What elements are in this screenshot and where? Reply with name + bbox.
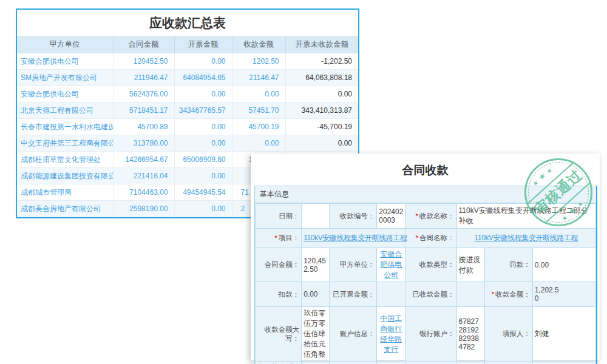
field-value-receipt-type: 按进度付款 [456,248,484,282]
company-cell[interactable]: 北京天得工程有限公司 [17,103,113,119]
amount-cell: 45700.19 [232,119,285,135]
contract-name-link[interactable]: 110kV安徽线程集变开断线路工程 [475,234,578,242]
field-label-account: 账户信息： [330,307,377,362]
field-value-invoiced[interactable] [377,282,405,307]
amount-cell: 64,063,808.18 [285,70,358,86]
amount-cell: 221416.04 [113,168,174,184]
company-cell[interactable]: 成都杜甫草堂文化管理处 [17,152,113,168]
amount-cell: 57451.70 [232,103,285,119]
field-label-receipt-type: 收款类型： [405,248,456,282]
table-row: 安徽合肥供电公司 5624376.00 0.00 0.00 0.00 [17,86,358,103]
field-label-other-currency: 收款其他币种（美金、当地币）： [256,362,302,364]
field-value-contract-name: 110kV安徽线程集变开断线路工程 [456,229,595,248]
table-row: 安徽合肥供电公司 120452.50 0.00 1202.50 -1,202.5… [17,53,358,70]
field-label-exchange-rate: 汇率： [330,362,377,364]
amount-cell: 21146.47 [232,70,285,86]
column-header-unpaid-amount: 开票未收款金额 [285,36,358,53]
required-marker: * [492,291,494,298]
company-cell[interactable]: 安徽合肥供电公司 [17,53,113,70]
field-label-deduction: 扣款： [256,282,302,307]
field-value-amount: 1,202.50 [532,282,595,307]
amount-cell: 0.00 [174,168,232,184]
empty-cell [532,362,595,364]
field-label-party-a: 甲方单位： [330,248,377,282]
field-value-other-currency[interactable] [302,362,330,364]
field-label-amount-words: 收款金额大写： [256,307,302,362]
column-header-contract-amount: 合同金额 [113,36,174,53]
field-label-filler: 填报人： [484,307,532,362]
field-value-exchange-rate[interactable] [377,362,405,364]
table-row: 北京天得工程有限公司 5718451.17 343467765.57 57451… [17,103,358,119]
column-header-received-amount: 收款金额 [232,36,285,53]
amount-cell: 0.00 [174,135,232,152]
required-marker: * [274,234,277,241]
summary-title: 应收款汇总表 [17,10,358,36]
field-value-bank-account: 6782728192829384782 [456,307,484,362]
field-value-project: 110kV安徽线程集变开断线路工程 [302,229,405,248]
field-value-amount-words: 玖佰零伍万零伍佰肆拾伍元伍角整 [302,307,330,362]
field-value-contract-amount: 120,452.50 [302,248,330,282]
project-link[interactable]: 110kV安徽线程集变开断线路工程 [304,234,407,242]
field-value-party-a: 安徽合肥供电公司 [377,248,405,282]
field-value-filler: 刘健 [532,307,595,362]
amount-cell: 0.00 [285,86,358,103]
account-link[interactable]: 中国工商银行经华路支行 [380,314,402,354]
table-row: 中交王府井第三工程局有限公 313780.00 0.00 0.00 0.00 [17,135,358,152]
field-value-account: 中国工商银行经华路支行 [377,307,405,362]
field-label-invoiced: 已开票金额： [330,282,377,307]
amount-cell: 0.00 [174,119,232,135]
required-marker: * [416,234,418,241]
amount-cell: 64084954.65 [174,70,232,86]
company-cell[interactable]: 安徽合肥供电公司 [17,86,113,103]
field-label-contract-name: *合同名称： [405,229,456,248]
company-cell[interactable]: 成都能源建设集团投资有限公 [17,168,113,184]
amount-cell: 0.00 [174,53,232,70]
amount-cell: 5624376.00 [113,86,174,103]
amount-cell: 120452.50 [113,53,174,70]
field-label-bank-account: 银行账户： [405,307,456,362]
field-label-project: *项目： [256,229,302,248]
field-value-penalty: 0.00 [532,248,595,282]
field-label-date: 日期： [256,204,302,229]
amount-cell: 313780.00 [113,135,174,152]
amount-cell: 5718451.17 [113,103,174,119]
stamp-band-line [522,158,578,209]
empty-cell [405,362,456,364]
field-label-receipt-no: 收款编号： [330,204,377,229]
receipt-form-table: 日期： 收款编号： 2024020003 *收款名称： 110kV安徽线程集变开… [255,203,596,364]
field-value-deduction: 0.00 [302,282,330,307]
column-header-party: 甲方单位 [17,36,113,53]
field-value-received[interactable] [456,282,484,307]
field-value-receipt-no: 2024020003 [377,204,405,229]
amount-cell: 0.00 [174,201,232,217]
field-label-contract-amount: 合同金额： [256,248,302,282]
amount-cell: 0.00 [232,86,285,103]
field-label-penalty: 罚款： [484,248,532,282]
table-row: 长春市建投第一水利水电建设 45700.89 0.00 45700.19 -45… [17,119,358,135]
amount-cell: 49454945.54 [174,184,232,201]
company-cell[interactable]: 成都城市管理局 [17,184,113,201]
amount-cell: 2598190.00 [113,201,174,217]
amount-cell: 0.00 [285,135,358,152]
amount-cell: 45700.89 [113,119,174,135]
column-header-invoiced-amount: 开票金额 [174,36,232,53]
amount-cell: 211946.47 [113,70,174,86]
approval-stamp: ★★★ 审核通过 ★★★ [524,158,592,226]
company-cell[interactable]: 中交王府井第三工程局有限公 [17,135,113,152]
field-value-date[interactable] [302,204,330,229]
amount-cell: 343,410,313.87 [285,103,358,119]
company-cell[interactable]: SM房地产开发有限公司 [17,70,113,86]
amount-cell: 14266954.67 [113,152,174,168]
company-cell[interactable]: 成都美合房地产有限公司 [17,201,113,217]
contract-receipt-window: 合同收款 ★★★ 审核通过 ★★★ 基本信息 日期： 收款编号： 2024020… [251,153,600,360]
field-label-amount: *收款金额： [484,282,532,307]
stamp-text: 审核通过 [527,163,589,221]
party-a-link[interactable]: 安徽合肥供电公司 [380,250,402,279]
amount-cell: -45,700.19 [285,119,358,135]
empty-cell [484,362,532,364]
required-marker: * [416,212,418,220]
empty-cell [456,362,484,364]
company-cell[interactable]: 长春市建投第一水利水电建设 [17,119,113,135]
amount-cell: 65006909.60 [174,152,232,168]
field-label-receipt-name: *收款名称： [405,204,456,229]
